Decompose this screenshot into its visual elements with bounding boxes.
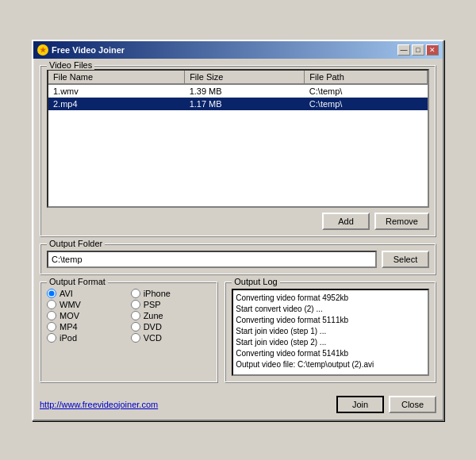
video-files-group: Video Files File Name File Size File Pat… [40,65,436,237]
output-format-label: Output Format [47,277,108,286]
radio-item-vcd[interactable]: VCD [131,333,212,343]
log-line: Start convert video (2) ... [236,304,425,315]
video-files-label: Video Files [47,60,94,70]
radio-label-mp4: MP4 [60,322,78,332]
radio-label-iphone: iPhone [144,289,171,298]
log-line: Output video file: C:\temp\output (2).av… [236,359,425,370]
table-header-row: File Name File Size File Path [48,71,428,84]
col-filename: File Name [48,71,185,84]
radio-zune[interactable] [131,311,140,320]
radio-item-iphone[interactable]: iPhone [131,289,212,298]
output-folder-input[interactable] [47,251,377,268]
close-button[interactable]: Close [389,396,436,413]
radio-label-dvd: DVD [144,322,162,332]
footer-buttons: Join Close [336,396,436,413]
radio-mov[interactable] [47,311,56,320]
radio-item-mov[interactable]: MOV [47,311,128,320]
radio-label-vcd: VCD [144,333,162,343]
table-cell-path: C:\temp\ [305,84,428,98]
close-window-button[interactable]: ✕ [426,44,439,56]
col-filepath: File Path [305,71,428,84]
website-link[interactable]: http://www.freevideojoiner.com [40,400,158,409]
radio-item-wmv[interactable]: WMV [47,300,128,309]
radio-item-mp4[interactable]: MP4 [47,322,128,332]
output-log-group: Output Log Converting video format 4952k… [225,282,436,383]
join-button[interactable]: Join [336,396,384,413]
bottom-row: Output Format AVIiPhoneWMVPSPMOVZuneMP4D… [40,282,436,389]
log-line: Converting video format 5111kb [236,315,425,326]
log-area: Converting video format 4952kbStart conv… [232,289,429,376]
radio-avi[interactable] [47,289,56,298]
output-format-group: Output Format AVIiPhoneWMVPSPMOVZuneMP4D… [40,282,218,383]
radio-grid: AVIiPhoneWMVPSPMOVZuneMP4DVDiPodVCD [47,289,211,343]
radio-vcd[interactable] [131,333,140,343]
radio-label-mov: MOV [60,311,79,320]
table-cell-name: 2.mp4 [48,98,185,110]
add-remove-row: Add Remove [47,213,429,230]
radio-dvd[interactable] [131,322,140,332]
app-icon: ★ [37,44,48,56]
radio-iphone[interactable] [131,289,140,298]
output-log-label: Output Log [232,277,279,286]
radio-wmv[interactable] [47,300,56,309]
radio-item-dvd[interactable]: DVD [131,322,212,332]
table-cell-size: 1.17 MB [185,98,305,110]
col-filesize: File Size [185,71,305,84]
add-button[interactable]: Add [322,213,370,230]
radio-label-wmv: WMV [60,300,81,309]
table-cell-size: 1.39 MB [185,84,305,98]
title-bar: ★ Free Video Joiner — □ ✕ [33,41,443,59]
table-row[interactable]: 2.mp41.17 MBC:\temp\ [48,98,428,110]
main-window: ★ Free Video Joiner — □ ✕ Video Files Fi… [32,40,444,421]
output-folder-group: Output Folder Select [40,243,436,275]
footer-row: http://www.freevideojoiner.com Join Clos… [40,396,436,413]
radio-psp[interactable] [131,300,140,309]
radio-item-psp[interactable]: PSP [131,300,212,309]
minimize-button[interactable]: — [397,44,410,56]
radio-label-ipod: iPod [60,333,77,343]
window-title: Free Video Joiner [52,45,125,55]
radio-item-avi[interactable]: AVI [47,289,128,298]
title-buttons: — □ ✕ [397,44,439,56]
table-row[interactable]: 1.wmv1.39 MBC:\temp\ [48,84,428,98]
output-folder-label: Output Folder [47,239,105,248]
log-line: Converting video format 5141kb [236,348,425,359]
title-bar-left: ★ Free Video Joiner [37,44,125,56]
maximize-button[interactable]: □ [412,44,424,56]
log-line: Converting video format 4952kb [236,293,425,304]
radio-item-zune[interactable]: Zune [131,311,212,320]
table-cell-name: 1.wmv [48,84,185,98]
radio-item-ipod[interactable]: iPod [47,333,128,343]
radio-label-zune: Zune [144,311,163,320]
radio-ipod[interactable] [47,333,56,343]
output-folder-row: Select [47,251,429,268]
table-cell-path: C:\temp\ [305,98,428,110]
select-button[interactable]: Select [382,251,429,268]
log-line: Start join video (step 1) ... [236,326,425,337]
radio-label-avi: AVI [60,289,73,298]
file-table: File Name File Size File Path 1.wmv1.39 … [48,71,428,110]
file-list-area[interactable]: File Name File Size File Path 1.wmv1.39 … [47,69,429,208]
remove-button[interactable]: Remove [374,213,429,230]
radio-mp4[interactable] [47,322,56,332]
window-content: Video Files File Name File Size File Pat… [33,59,443,420]
log-line: Start join video (step 2) ... [236,337,425,348]
radio-label-psp: PSP [144,300,161,309]
